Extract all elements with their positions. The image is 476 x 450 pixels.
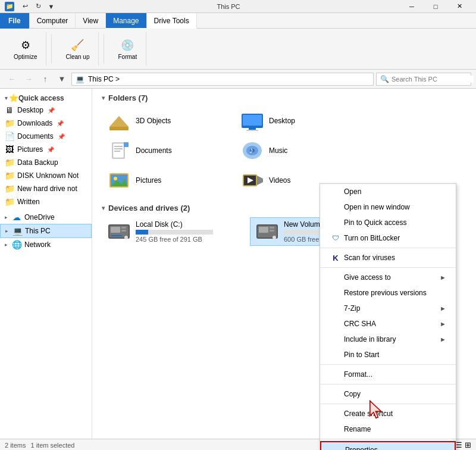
up-button[interactable]: ↑ bbox=[38, 72, 52, 86]
ctx-give-access-label: Give access to bbox=[344, 273, 391, 282]
ctx-shortcut-left: Create shortcut bbox=[330, 409, 393, 418]
window-title: This PC bbox=[57, 3, 400, 10]
tab-drive-tools[interactable]: Drive Tools bbox=[147, 13, 197, 29]
ribbon-group-cleanup: 🧹 Clean up bbox=[57, 32, 99, 65]
maximize-button[interactable]: □ bbox=[424, 0, 447, 13]
sidebar-item-disk-unknown[interactable]: 📁 DISK Unknown Not bbox=[0, 169, 92, 182]
ctx-7zip-left: 7-Zip bbox=[330, 304, 360, 313]
ctx-restore-left: Restore previous versions bbox=[330, 288, 427, 298]
redo-button[interactable]: ↻ bbox=[32, 1, 44, 12]
ctx-shortcut-icon bbox=[330, 409, 342, 418]
search-box[interactable]: 🔍 bbox=[376, 73, 471, 86]
ctx-open-new-label: Open in new window bbox=[344, 203, 410, 211]
sidebar-item-pictures[interactable]: 🖼 Pictures 📌 bbox=[0, 143, 92, 156]
svg-rect-6 bbox=[246, 130, 258, 131]
ctx-crc-sha[interactable]: CRC SHA ► bbox=[320, 316, 456, 332]
ctx-7zip-icon bbox=[330, 304, 342, 313]
path-text: This PC > bbox=[88, 75, 120, 83]
address-path[interactable]: 💻 This PC > bbox=[71, 73, 374, 86]
ctx-open[interactable]: Open bbox=[320, 184, 456, 199]
ctx-pin-icon bbox=[330, 218, 342, 227]
sidebar-item-new-harddrive[interactable]: 📁 New hard drive not bbox=[0, 182, 92, 195]
folder-documents[interactable]: Documents bbox=[102, 137, 233, 164]
ctx-bitlocker-icon: 🛡 bbox=[330, 233, 342, 243]
ctx-restore-versions[interactable]: Restore previous versions bbox=[320, 285, 456, 301]
sidebar-item-documents[interactable]: 📄 Documents 📌 bbox=[0, 130, 92, 143]
ctx-bitlocker[interactable]: 🛡 Turn on BitLocker bbox=[320, 230, 456, 246]
drive-c-icon bbox=[107, 221, 131, 242]
drive-c[interactable]: Local Disk (C:) 245 GB free of 291 GB bbox=[102, 217, 248, 246]
folder-label-pictures: Pictures bbox=[136, 176, 161, 185]
customize-button[interactable]: ▼ bbox=[45, 1, 57, 12]
tab-computer[interactable]: Computer bbox=[30, 13, 76, 29]
ctx-include-library[interactable]: Include in library ► bbox=[320, 332, 456, 347]
optimize-button[interactable]: ⚙ Optimize bbox=[10, 36, 41, 62]
tab-manage[interactable]: Manage bbox=[106, 13, 146, 29]
folder-label-desktop: Desktop bbox=[269, 117, 295, 125]
ribbon-group-format: 💿 Format bbox=[109, 32, 146, 65]
undo-button[interactable]: ↩ bbox=[19, 1, 31, 12]
ctx-library-left: Include in library bbox=[330, 335, 396, 344]
tab-file[interactable]: File bbox=[0, 13, 30, 29]
ctx-rename[interactable]: Rename bbox=[320, 421, 456, 437]
folder-desktop[interactable]: Desktop bbox=[235, 107, 366, 135]
sidebar-item-this-pc[interactable]: ▸ 💻 This PC bbox=[0, 224, 92, 238]
address-bar: ← → ↑ ▼ 💻 This PC > 🔍 bbox=[0, 70, 476, 89]
ctx-scan-icon: K bbox=[330, 253, 342, 262]
ribbon: File Computer View Manage Drive Tools ⚙ … bbox=[0, 13, 476, 70]
ctx-scan-viruses[interactable]: K Scan for viruses bbox=[320, 250, 456, 265]
recent-button[interactable]: ▼ bbox=[55, 72, 69, 86]
svg-rect-37 bbox=[270, 227, 274, 229]
folder-pictures[interactable]: Pictures bbox=[102, 167, 233, 194]
sidebar-section-quick-access[interactable]: ▾ ⭐ Quick access bbox=[0, 91, 92, 104]
ctx-7zip[interactable]: 7-Zip ► bbox=[320, 301, 456, 316]
cleanup-button[interactable]: 🧹 Clean up bbox=[61, 36, 93, 62]
ctx-copy[interactable]: Copy bbox=[320, 386, 456, 402]
this-pc-icon: 💻 bbox=[12, 226, 22, 236]
svg-rect-32 bbox=[111, 235, 123, 236]
sidebar: ▾ ⭐ Quick access 🖥 Desktop 📌 📁 Downloads… bbox=[0, 89, 92, 439]
svg-point-36 bbox=[273, 236, 276, 239]
close-button[interactable]: ✕ bbox=[447, 0, 471, 13]
minimize-button[interactable]: ─ bbox=[400, 0, 424, 13]
sidebar-item-network[interactable]: ▸ 🌐 Network bbox=[0, 238, 92, 251]
sidebar-item-written[interactable]: 📁 Written bbox=[0, 195, 92, 208]
section-icon: ⭐ bbox=[9, 93, 18, 102]
ctx-format[interactable]: Format... bbox=[320, 367, 456, 382]
ctx-give-access[interactable]: Give access to ► bbox=[320, 270, 456, 285]
app-icon: 📁 bbox=[5, 2, 14, 11]
ctx-pin-start[interactable]: Pin to Start bbox=[320, 347, 456, 362]
sidebar-item-desktop[interactable]: 🖥 Desktop 📌 bbox=[0, 104, 92, 117]
svg-rect-35 bbox=[259, 227, 268, 233]
network-chevron: ▸ bbox=[5, 242, 8, 248]
ctx-format-icon bbox=[330, 370, 342, 379]
ctx-rename-icon bbox=[330, 424, 342, 434]
folder-music[interactable]: ♪ Music bbox=[235, 137, 366, 164]
format-button[interactable]: 💿 Format bbox=[114, 36, 141, 62]
drive-c-info: Local Disk (C:) 245 GB free of 291 GB bbox=[136, 220, 213, 243]
back-button[interactable]: ← bbox=[5, 72, 19, 86]
sidebar-label-this-pc: This PC bbox=[25, 227, 51, 235]
folders-section-header[interactable]: ▾ Folders (7) bbox=[102, 93, 466, 102]
search-input[interactable] bbox=[392, 76, 474, 83]
ctx-scan-left: K Scan for viruses bbox=[330, 253, 395, 262]
forward-button[interactable]: → bbox=[21, 72, 36, 86]
ctx-open-new-window[interactable]: Open in new window bbox=[320, 199, 456, 215]
ctx-crc-icon bbox=[330, 319, 342, 329]
ctx-create-shortcut[interactable]: Create shortcut bbox=[320, 406, 456, 421]
sidebar-item-onedrive[interactable]: ▸ ☁ OneDrive bbox=[0, 211, 92, 224]
folders-chevron: ▾ bbox=[102, 95, 105, 101]
ctx-format-label: Format... bbox=[344, 370, 372, 379]
ctx-pin-quick[interactable]: Pin to Quick access bbox=[320, 215, 456, 230]
downloads-folder-icon: 📁 bbox=[5, 118, 14, 128]
drive-e-icon bbox=[255, 221, 279, 242]
svg-text:♪: ♪ bbox=[249, 145, 253, 155]
sidebar-item-downloads[interactable]: 📁 Downloads 📌 bbox=[0, 117, 92, 130]
tab-view[interactable]: View bbox=[76, 13, 106, 29]
folder-3dobjects[interactable]: 3D Objects bbox=[102, 107, 233, 135]
ctx-give-access-left: Give access to bbox=[330, 273, 391, 282]
path-icon: 💻 bbox=[76, 75, 84, 83]
grid-view-button[interactable]: ⊞ bbox=[465, 440, 471, 449]
sidebar-item-data-backup[interactable]: 📁 Data Backup bbox=[0, 156, 92, 169]
ctx-properties[interactable]: Properties bbox=[320, 441, 456, 450]
